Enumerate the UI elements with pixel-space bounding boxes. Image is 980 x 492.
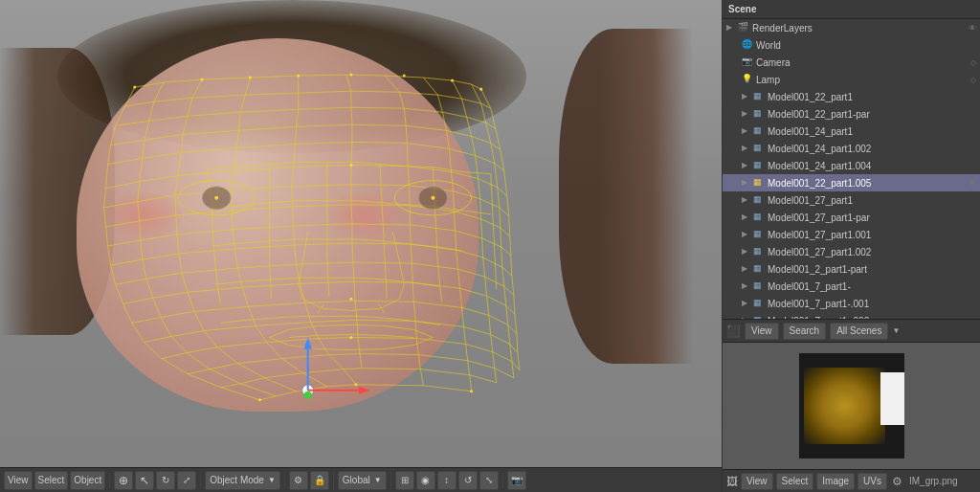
outliner-item-model001-24-part1[interactable]: ▶▦Model001_24_part1	[723, 123, 980, 140]
view-menu-btn[interactable]: View	[4, 471, 33, 490]
eye-icon-camera: ◇	[970, 58, 976, 67]
mesh-expand-icon: ▶	[742, 247, 751, 257]
outliner[interactable]: Scene ▶ 🎬 RenderLayers 👁 🌐 World 📷 Camer…	[723, 0, 980, 320]
outliner-header: Scene	[723, 0, 980, 19]
toolbar-sep-1	[109, 472, 110, 489]
outliner-items: ▶▦Model001_22_part1▶▦Model001_22_part1-p…	[723, 88, 980, 320]
mesh-type-icon: ▦	[753, 229, 765, 240]
outliner-label: Model001_22_part1-par	[768, 109, 870, 120]
outliner-item-model001-7-part1[interactable]: ▶▦Model001_7_part1-	[723, 278, 980, 295]
mesh-expand-icon: ▶	[742, 109, 751, 119]
cheek-right	[325, 191, 402, 239]
toolbar-sep-2	[200, 472, 201, 489]
mesh-expand-icon: ▶	[742, 281, 751, 291]
outliner-item-model001-27-part1-002[interactable]: ▶▦Model001_27_part1.002	[723, 243, 980, 260]
outliner-item-model001-7-part1-002[interactable]: ▶▦Model001_7_part1-.002	[723, 312, 980, 320]
view-btn[interactable]: View	[745, 323, 779, 340]
thumbnail-blob	[804, 368, 885, 444]
toolbar-sep-6	[502, 472, 503, 489]
camera-icon: 📷	[742, 56, 753, 68]
eye-icon-lamp: ◇	[970, 76, 976, 84]
outliner-label: Model001_7_part1-	[768, 281, 851, 292]
outliner-item-model001-24-part1-004[interactable]: ▶▦Model001_24_part1.004	[723, 157, 980, 174]
outliner-label: Model001_22_part1	[768, 92, 853, 102]
outliner-label: Model001_24_part1.002	[768, 144, 871, 154]
viewport-canvas	[0, 0, 722, 492]
global-label: Global	[343, 475, 370, 485]
mesh-expand-icon: ▶	[742, 264, 751, 274]
right-panel: Scene ▶ 🎬 RenderLayers 👁 🌐 World 📷 Camer…	[722, 0, 980, 492]
mode-chevron: ▼	[268, 476, 276, 484]
expand-icon: ▶	[726, 23, 736, 33]
snap-btn[interactable]: ⊞	[395, 471, 414, 490]
rotate-tool-btn[interactable]: ↻	[156, 471, 175, 490]
thumbnail-image	[799, 353, 904, 458]
select-menu-btn[interactable]: Select	[34, 471, 69, 490]
outliner-item-model001-27-part1[interactable]: ▶▦Model001_27_part1	[723, 191, 980, 209]
img-view-btn[interactable]: View	[741, 473, 773, 490]
mesh-expand-icon: ▶	[742, 230, 751, 239]
select-tool-btn[interactable]: ↖	[135, 471, 154, 490]
outliner-label-renderlayers: RenderLayers	[752, 23, 813, 34]
outliner-item-renderlayers[interactable]: ▶ 🎬 RenderLayers 👁	[723, 19, 980, 36]
mesh-type-icon: ▦	[753, 263, 765, 275]
mode-dropdown[interactable]: Object Mode ▼	[205, 471, 280, 490]
outliner-item-model001-22-part1-005[interactable]: ▶▦Model001_22_part1.005👁	[723, 174, 980, 191]
move-btn[interactable]: ↕	[437, 471, 457, 490]
outliner-label: Model001_27_part1	[768, 195, 853, 206]
img-filename: IM_grp.png	[909, 476, 958, 486]
mesh-type-icon: ▦	[753, 280, 765, 292]
outliner-item-model001-24-part1-002[interactable]: ▶▦Model001_24_part1.002	[723, 140, 980, 157]
mesh-type-icon: ▦	[753, 212, 765, 223]
filter-icon: ⬛	[726, 324, 741, 338]
img-select-btn[interactable]: Select	[776, 473, 814, 490]
all-scenes-chevron: ▼	[892, 326, 900, 335]
img-settings-icon: ⚙	[892, 475, 902, 488]
viewport-area[interactable]: View Select Object ⊕ ↖ ↻ ⤢ Object Mode ▼…	[0, 0, 722, 492]
img-image-btn[interactable]: Image	[816, 473, 855, 490]
mesh-type-icon: ▦	[753, 91, 765, 102]
camera-btn[interactable]: 📷	[507, 471, 526, 490]
outliner-item-model001-22-part1[interactable]: ▶▦Model001_22_part1	[723, 88, 980, 105]
view-controls-bar: ⬛ View Search All Scenes ▼	[723, 320, 980, 343]
global-chevron: ▼	[374, 476, 382, 484]
outliner-label: Model001_2_part1-part	[768, 264, 867, 275]
outliner-item-model001-22-part1-par[interactable]: ▶▦Model001_22_part1-par	[723, 105, 980, 123]
mesh-type-icon: ▦	[753, 194, 765, 206]
global-dropdown[interactable]: Global ▼	[338, 471, 387, 490]
object-menu-btn[interactable]: Object	[70, 471, 105, 490]
scale-tool-btn[interactable]: ⤢	[177, 471, 196, 490]
mesh-type-icon: ▦	[753, 143, 765, 154]
outliner-label: Model001_7_part1-.001	[768, 299, 869, 309]
image-editor-bar: 🖼 View Select Image UVs ⚙ IM_grp.png	[723, 469, 980, 492]
mesh-expand-icon: ▶	[742, 126, 751, 136]
bottom-right-area: ⬛ View Search All Scenes ▼ 🖼 View	[723, 320, 980, 492]
thumbnail-area	[723, 343, 980, 469]
outliner-item-model001-27-part1-par[interactable]: ▶▦Model001_27_part1-par	[723, 209, 980, 226]
thumbnail-white	[880, 372, 904, 425]
scene-icon: 🎬	[738, 22, 749, 34]
search-btn[interactable]: Search	[783, 323, 827, 340]
outliner-item-lamp[interactable]: 💡 Lamp ◇	[723, 71, 980, 88]
cheek-left	[105, 191, 182, 239]
outliner-item-model001-2-part1-part[interactable]: ▶▦Model001_2_part1-part	[723, 260, 980, 278]
toolbar-sep-4	[333, 472, 334, 489]
mesh-expand-icon: ▶	[742, 299, 751, 308]
outliner-item-camera[interactable]: 📷 Camera ◇	[723, 54, 980, 71]
all-scenes-btn[interactable]: All Scenes	[830, 323, 888, 340]
rotate-btn2[interactable]: ↺	[458, 471, 478, 490]
mesh-type-icon: ▦	[753, 125, 765, 137]
outliner-item-world[interactable]: 🌐 World	[723, 36, 980, 54]
proportional-btn[interactable]: ◉	[416, 471, 435, 490]
mesh-type-icon: ▦	[753, 246, 765, 257]
outliner-item-model001-27-part1-001[interactable]: ▶▦Model001_27_part1.001	[723, 226, 980, 243]
outliner-label: Model001_27_part1.001	[768, 230, 871, 240]
scale-btn2[interactable]: ⤡	[479, 471, 499, 490]
cursor-tool-btn[interactable]: ⊕	[114, 471, 133, 490]
outliner-item-model001-7-part1-001[interactable]: ▶▦Model001_7_part1-.001	[723, 295, 980, 312]
lock-btn[interactable]: 🔒	[310, 471, 329, 490]
thumbnail-content	[799, 353, 904, 458]
settings-btn[interactable]: ⚙	[289, 471, 308, 490]
toolbar-sep-3	[284, 472, 285, 489]
img-uvs-btn[interactable]: UVs	[858, 473, 887, 490]
